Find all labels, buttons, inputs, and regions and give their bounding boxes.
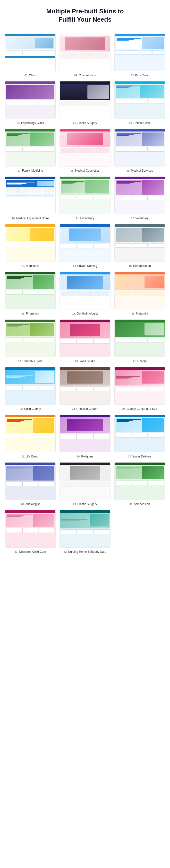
skin-number: 23. — [72, 407, 76, 410]
skin-thumbnail[interactable] — [60, 510, 110, 548]
skin-thumbnail[interactable] — [5, 34, 56, 71]
skin-item-19[interactable]: 19. Cannabis Store — [5, 319, 56, 363]
skin-item-23[interactable]: 23. Christian Church — [60, 367, 110, 411]
skin-thumbnail[interactable] — [114, 415, 165, 452]
skin-name: Dentist Clinic — [133, 121, 150, 125]
skin-item-5[interactable]: 05. Plastic Surgery — [60, 81, 110, 125]
skin-label: 18. Maternity — [131, 311, 148, 315]
skin-item-10[interactable]: 10. Medical Equipment Store — [5, 177, 56, 220]
skin-name: Christian Church — [76, 407, 98, 410]
skin-item-16[interactable]: 16. Pharmacy — [5, 272, 56, 315]
skin-thumbnail[interactable] — [5, 510, 56, 548]
skin-thumbnail[interactable] — [114, 367, 165, 405]
skin-thumbnail[interactable] — [60, 272, 110, 309]
skin-label: 06. Dentist Clinic — [129, 121, 150, 125]
skin-thumbnail[interactable] — [114, 129, 165, 166]
skin-thumbnail[interactable] — [60, 34, 110, 71]
skin-item-4[interactable]: 04. Psychology Clinic — [5, 81, 56, 125]
skin-item-8[interactable]: 08. Medical Cosmetics — [60, 129, 110, 173]
skin-item-27[interactable]: 27. Water Delivery — [114, 415, 165, 458]
skin-preview — [115, 177, 165, 214]
skin-preview — [5, 367, 55, 404]
skin-label: 29. Plastic Surgery — [73, 502, 97, 506]
skin-label: 07. Family Medicine — [18, 168, 43, 173]
skin-name: Nutritionist — [26, 264, 40, 268]
skin-number: 27. — [128, 455, 132, 458]
skin-item-29[interactable]: 29. Plastic Surgery — [60, 462, 110, 506]
skin-thumbnail[interactable] — [114, 34, 165, 71]
skin-preview — [5, 415, 55, 452]
skin-thumbnail[interactable] — [114, 272, 165, 309]
skin-item-30[interactable]: 30. Science Lab — [114, 462, 165, 506]
skin-thumbnail[interactable] — [5, 415, 56, 452]
skin-preview — [5, 177, 55, 214]
skin-item-3[interactable]: 03. Kids Clinic — [114, 34, 165, 77]
skin-thumbnail[interactable] — [60, 367, 110, 405]
skin-name: Clinic — [29, 74, 36, 77]
skin-number: 22. — [20, 407, 24, 410]
skin-item-31[interactable]: 31. Newborn, Child Care — [5, 510, 56, 554]
skin-preview — [60, 367, 110, 404]
skin-item-14[interactable]: 14. Private Nursing — [60, 224, 110, 268]
skin-item-1[interactable]: 01. Clinic — [5, 34, 56, 77]
skin-thumbnail[interactable] — [60, 415, 110, 452]
skin-item-2[interactable]: 02. Cosmetology — [60, 34, 110, 77]
skin-preview — [60, 129, 110, 166]
skin-name: Laboratory — [80, 217, 94, 220]
skin-number: 17. — [72, 312, 76, 315]
skin-thumbnail[interactable] — [60, 462, 110, 500]
skin-number: 29. — [73, 503, 77, 505]
skin-item-12[interactable]: 12. Veterinary — [114, 177, 165, 220]
skin-thumbnail[interactable] — [5, 319, 56, 357]
skin-name: Family Medicine — [22, 169, 43, 172]
skin-thumbnail[interactable] — [60, 224, 110, 262]
skin-thumbnail[interactable] — [5, 224, 56, 262]
skin-item-17[interactable]: 17. Ophthalmologist — [60, 272, 110, 315]
skin-thumbnail[interactable] — [60, 177, 110, 214]
skin-label: 04. Psychology Clinic — [16, 121, 44, 125]
skin-item-26[interactable]: 26. Religious — [60, 415, 110, 458]
skin-name: Charity — [137, 360, 146, 363]
skin-name: Water Delivery — [132, 455, 151, 458]
skin-thumbnail[interactable] — [114, 224, 165, 262]
skin-thumbnail[interactable] — [60, 81, 110, 119]
skin-preview — [115, 82, 165, 119]
skin-item-24[interactable]: 24. Beauty Center and Spa — [114, 367, 165, 411]
skin-thumbnail[interactable] — [5, 129, 56, 166]
skin-thumbnail[interactable] — [114, 81, 165, 119]
skin-item-7[interactable]: 07. Family Medicine — [5, 129, 56, 173]
skin-preview — [115, 415, 165, 452]
skin-number: 25. — [21, 455, 26, 458]
skin-preview — [60, 224, 110, 261]
skin-preview — [60, 415, 110, 452]
skin-item-13[interactable]: 13. Nutritionist — [5, 224, 56, 268]
skin-thumbnail[interactable] — [60, 129, 110, 166]
skin-item-22[interactable]: 22. Child Charity — [5, 367, 56, 411]
skin-label: 32. Nursing Home & Elderly Care — [64, 549, 106, 554]
skin-thumbnail[interactable] — [114, 319, 165, 357]
skin-item-32[interactable]: 32. Nursing Home & Elderly Care — [60, 510, 110, 554]
skin-number: 21. — [133, 360, 137, 363]
skin-item-18[interactable]: 18. Maternity — [114, 272, 165, 315]
skin-item-15[interactable]: 15. Rehabilitation — [114, 224, 165, 268]
skin-thumbnail[interactable] — [5, 177, 56, 214]
skin-thumbnail[interactable] — [114, 462, 165, 500]
skin-thumbnail[interactable] — [114, 177, 165, 214]
skin-thumbnail[interactable] — [5, 367, 56, 405]
skin-item-21[interactable]: 21. Charity — [114, 319, 165, 363]
page-title: Multiple Pre-built Skins toFulfill Your … — [5, 7, 165, 24]
skin-item-11[interactable]: 11. Laboratory — [60, 177, 110, 220]
skin-thumbnail[interactable] — [5, 81, 56, 119]
skin-name: Medical Services — [131, 169, 153, 172]
skin-item-20[interactable]: 20. Yoga Studio — [60, 319, 110, 363]
skin-number: 06. — [129, 122, 133, 124]
skin-item-9[interactable]: 09. Medical Services — [114, 129, 165, 173]
skin-thumbnail[interactable] — [5, 272, 56, 309]
skin-thumbnail[interactable] — [5, 462, 56, 500]
skin-item-6[interactable]: 06. Dentist Clinic — [114, 81, 165, 125]
skin-label: 19. Cannabis Store — [18, 359, 42, 363]
skin-thumbnail[interactable] — [60, 319, 110, 357]
skin-item-25[interactable]: 25. Life Coach — [5, 415, 56, 458]
skin-name: Science Lab — [134, 502, 150, 506]
skin-item-28[interactable]: 28. Audiologist — [5, 462, 56, 506]
